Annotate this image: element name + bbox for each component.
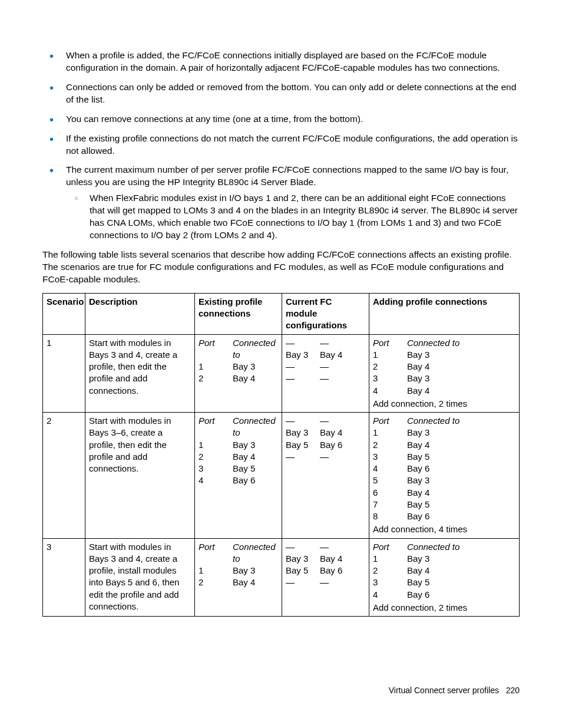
cell-existing: PortConnected to1Bay 32Bay 4 (195, 334, 282, 413)
inner-cell-b: — (320, 337, 365, 349)
cell-adding: PortConnected to1Bay 32Bay 43Bay 54Bay 6… (369, 538, 520, 617)
inner-cell-a: 2 (199, 373, 233, 384)
page-footer: Virtual Connect server profiles 220 (389, 685, 520, 696)
cell-current: ——Bay 3Bay 4Bay 5Bay 6—— (282, 538, 369, 617)
inner-cell-a: 6 (373, 487, 407, 499)
footer-section: Virtual Connect server profiles (389, 686, 499, 695)
inner-cell-b: Bay 3 (407, 475, 515, 486)
inner-cell-a: 7 (373, 499, 407, 510)
bullet-text: Connections can only be added or removed… (66, 82, 516, 104)
inner-cell-a: 1 (373, 427, 407, 439)
inner-cell-b: Bay 6 (233, 475, 278, 486)
inner-cell-b: Bay 3 (407, 553, 515, 565)
inner-cell-b: Bay 4 (407, 439, 515, 451)
cell-adding: PortConnected to1Bay 32Bay 43Bay 34Bay 4… (369, 334, 520, 413)
inner-header-port: Port (199, 415, 233, 439)
inner-cell-a: Bay 5 (286, 439, 320, 451)
adding-note: Add connection, 4 times (373, 523, 515, 535)
inner-cell-a: — (286, 541, 320, 553)
inner-cell-b: Bay 4 (320, 553, 365, 565)
inner-cell-b: Bay 6 (407, 463, 515, 475)
inner-cell-a: 1 (373, 349, 407, 361)
inner-cell-a: — (286, 373, 320, 384)
inner-cell-b: Bay 4 (233, 451, 278, 463)
inner-cell-a: 3 (373, 373, 407, 384)
inner-cell-b: Bay 6 (320, 565, 365, 577)
inner-cell-a: — (286, 451, 320, 463)
bullet-item: You can remove connections at any time (… (42, 113, 520, 126)
inner-cell-a: 3 (373, 451, 407, 463)
inner-header-port: Port (199, 337, 233, 361)
inner-cell-b: Bay 3 (407, 349, 515, 361)
inner-cell-b: Bay 4 (233, 373, 278, 384)
inner-cell-a: — (286, 337, 320, 349)
cell-description: Start with modules in Bays 3–6, create a… (85, 413, 195, 539)
inner-cell-a: 2 (373, 565, 407, 577)
inner-header-port: Port (373, 415, 407, 427)
bullet-item: If the existing profile connections do n… (42, 133, 520, 157)
inner-header-connected: Connected to (407, 337, 515, 349)
inner-cell-b: Bay 3 (233, 439, 278, 451)
cell-current: ——Bay 3Bay 4Bay 5Bay 6—— (282, 413, 369, 539)
inner-cell-b: Bay 4 (320, 427, 365, 439)
inner-header-connected: Connected to (233, 415, 278, 439)
inner-cell-a: Bay 3 (286, 349, 320, 361)
cell-current: ——Bay 3Bay 4———— (282, 334, 369, 413)
bullet-text: The current maximum number of per server… (66, 164, 508, 187)
inner-header-connected: Connected to (233, 541, 278, 565)
inner-cell-a: 2 (373, 361, 407, 373)
inner-cell-a: 3 (199, 463, 233, 475)
table-row: 1Start with modules in Bays 3 and 4, cre… (43, 334, 520, 413)
inner-cell-a: — (286, 361, 320, 373)
header-adding: Adding profile connections (369, 293, 520, 334)
inner-cell-b: — (320, 373, 365, 384)
cell-existing: PortConnected to1Bay 32Bay 4 (195, 538, 282, 617)
header-current: Current FC module configurations (282, 293, 369, 334)
inner-header-port: Port (373, 337, 407, 349)
inner-cell-a: — (286, 577, 320, 588)
inner-cell-b: Bay 4 (233, 577, 278, 588)
inner-cell-a: — (286, 415, 320, 427)
adding-note: Add connection, 2 times (373, 602, 515, 614)
sub-bullet-item: When FlexFabric modules exist in I/O bay… (66, 192, 520, 242)
inner-cell-b: Bay 5 (407, 451, 515, 463)
header-existing: Existing profile connections (195, 293, 282, 334)
inner-cell-b: Bay 4 (407, 487, 515, 499)
inner-cell-a: 4 (373, 589, 407, 601)
bullet-text: If the existing profile connections do n… (66, 133, 518, 156)
inner-cell-b: Bay 5 (233, 463, 278, 475)
cell-scenario: 1 (43, 334, 85, 413)
header-description: Description (85, 293, 195, 334)
bullet-item: The current maximum number of per server… (42, 164, 520, 242)
inner-cell-b: Bay 4 (320, 349, 365, 361)
cell-scenario: 2 (43, 413, 85, 539)
inner-cell-b: Bay 6 (320, 439, 365, 451)
scenarios-table: Scenario Description Existing profile co… (42, 293, 520, 617)
header-scenario: Scenario (43, 293, 85, 334)
cell-existing: PortConnected to1Bay 32Bay 43Bay 54Bay 6 (195, 413, 282, 539)
cell-scenario: 3 (43, 538, 85, 617)
inner-cell-a: 1 (199, 565, 233, 577)
inner-header-port: Port (373, 541, 407, 553)
bullet-text: When a profile is added, the FC/FCoE con… (66, 50, 500, 73)
inner-cell-b: Bay 3 (233, 565, 278, 577)
inner-cell-b: Bay 4 (407, 565, 515, 577)
inner-cell-b: Bay 5 (407, 577, 515, 588)
inner-cell-a: 1 (199, 439, 233, 451)
table-header-row: Scenario Description Existing profile co… (43, 293, 520, 334)
lead-paragraph: The following table lists several scenar… (42, 249, 520, 286)
inner-cell-b: Bay 3 (407, 373, 515, 384)
inner-cell-b: Bay 4 (407, 361, 515, 373)
table-row: 2Start with modules in Bays 3–6, create … (43, 413, 520, 539)
cell-description: Start with modules in Bays 3 and 4, crea… (85, 334, 195, 413)
bullet-list: When a profile is added, the FC/FCoE con… (42, 50, 520, 242)
inner-cell-b: Bay 6 (407, 510, 515, 522)
adding-note: Add connection, 2 times (373, 398, 515, 410)
inner-cell-a: Bay 3 (286, 553, 320, 565)
inner-cell-b: Bay 5 (407, 499, 515, 510)
inner-cell-a: 8 (373, 510, 407, 522)
inner-cell-b: — (320, 361, 365, 373)
inner-cell-a: 5 (373, 475, 407, 486)
inner-cell-a: 2 (199, 577, 233, 588)
footer-page: 220 (506, 686, 520, 695)
